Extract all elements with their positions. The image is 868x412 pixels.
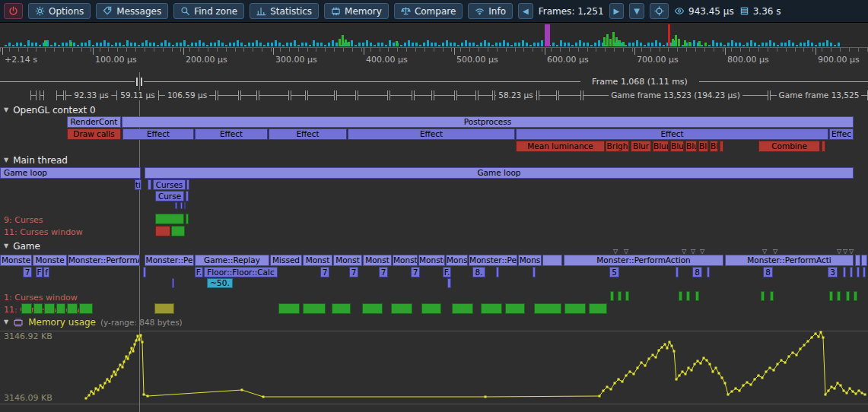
game-frame-segment[interactable]: 106.59 μs xyxy=(158,90,216,100)
go-to-frame-button[interactable]: ▼ xyxy=(629,3,644,19)
zone[interactable] xyxy=(332,303,351,314)
game-frame-segment[interactable] xyxy=(30,90,37,100)
zone[interactable] xyxy=(837,291,841,301)
zone[interactable]: Curses xyxy=(153,179,186,190)
zone[interactable]: Mons xyxy=(518,255,542,266)
info-button[interactable]: Info xyxy=(468,3,513,19)
game-frame-segment[interactable] xyxy=(307,90,335,100)
frame-time-graph[interactable] xyxy=(0,24,868,48)
game-frame-segment[interactable]: Game frame 13,525 xyxy=(770,90,868,100)
zone[interactable]: 7 xyxy=(349,267,358,277)
zone[interactable]: f xyxy=(43,267,49,277)
zone[interactable]: Monster::PerformA xyxy=(68,255,140,266)
game-frame-segment[interactable] xyxy=(240,90,257,100)
compare-button[interactable]: Compare xyxy=(394,3,463,19)
zone[interactable] xyxy=(676,267,679,277)
zone[interactable]: Missed xyxy=(270,255,302,266)
collapse-mark-icon[interactable]: ▽ xyxy=(762,249,767,255)
zone[interactable] xyxy=(362,303,383,314)
game-frame-segment[interactable] xyxy=(259,90,289,100)
zone[interactable] xyxy=(56,303,65,314)
zone[interactable] xyxy=(186,179,189,190)
zone[interactable] xyxy=(679,291,682,301)
game-frame-segment[interactable]: 59.11 μs xyxy=(119,90,157,100)
time-ruler[interactable]: +2.14 s100.00 μs200.00 μs300.00 μs400.00… xyxy=(0,47,868,69)
zone[interactable] xyxy=(452,303,473,314)
zone[interactable] xyxy=(154,303,174,314)
zone[interactable] xyxy=(829,291,833,301)
zone[interactable] xyxy=(496,267,499,277)
zone[interactable]: 7 xyxy=(320,267,329,277)
center-view-button[interactable] xyxy=(650,3,669,19)
zone[interactable] xyxy=(720,141,723,152)
zone[interactable] xyxy=(155,214,184,224)
zone[interactable] xyxy=(186,214,189,224)
collapse-mark-icon[interactable]: ▽ xyxy=(691,249,695,255)
zone[interactable] xyxy=(79,303,93,314)
game-frame-segment[interactable] xyxy=(478,90,493,100)
zone[interactable]: 3 xyxy=(828,267,838,277)
options-button[interactable]: Options xyxy=(28,3,91,19)
zone[interactable]: Game::Replay xyxy=(195,255,269,266)
zone[interactable]: Curse xyxy=(155,191,184,201)
zone[interactable]: Monste xyxy=(0,255,32,266)
game-frame-segment[interactable]: 58.23 μs xyxy=(494,90,537,100)
zone[interactable] xyxy=(186,191,189,201)
zone[interactable]: F. xyxy=(443,267,451,277)
thread-label[interactable]: 1: Curses window xyxy=(4,293,78,303)
statistics-button[interactable]: Statistics xyxy=(250,3,319,19)
zone[interactable]: ti xyxy=(135,179,141,190)
collapse-mark-icon[interactable]: ▽ xyxy=(837,249,841,255)
zone[interactable]: Mean luminance xyxy=(516,141,605,152)
zone[interactable] xyxy=(180,202,183,209)
zone[interactable] xyxy=(610,291,614,301)
game-frame-segment[interactable] xyxy=(434,90,455,100)
zone[interactable]: Postprocess xyxy=(122,116,854,128)
zone[interactable] xyxy=(505,303,525,314)
collapse-mark-icon[interactable]: ▽ xyxy=(849,249,854,255)
zone[interactable] xyxy=(421,303,441,314)
zone[interactable]: 7 xyxy=(379,267,388,277)
zone[interactable]: Game loop xyxy=(0,167,141,179)
thread-label[interactable]: 11: Curses window xyxy=(4,227,83,237)
section-header-opengl-context-0[interactable]: ▼OpenGL context 0 xyxy=(4,105,96,116)
zone[interactable]: Effect xyxy=(122,128,194,140)
zone[interactable] xyxy=(534,303,561,314)
zone[interactable]: 7 xyxy=(411,267,420,277)
zone[interactable] xyxy=(686,291,690,301)
zone[interactable] xyxy=(857,267,860,277)
zone[interactable]: 8 xyxy=(692,267,702,277)
zone[interactable]: Monster::Pe xyxy=(469,255,517,266)
zone[interactable] xyxy=(770,291,774,301)
zone[interactable]: Effect xyxy=(348,128,515,140)
zone[interactable] xyxy=(695,291,699,301)
zone[interactable]: 5 xyxy=(609,267,619,277)
zone[interactable]: Monster::Pe xyxy=(145,255,194,266)
zone[interactable] xyxy=(44,303,55,314)
game-frame-segment[interactable] xyxy=(40,90,44,100)
zone[interactable] xyxy=(854,291,857,301)
prev-frame-button[interactable]: ◀ xyxy=(518,3,533,19)
zone[interactable]: Combine xyxy=(758,141,820,152)
game-frame-segment[interactable] xyxy=(539,90,557,100)
frame-label[interactable]: Frame 1,068 (1.11 ms) xyxy=(589,77,691,87)
zone[interactable]: F xyxy=(36,267,43,277)
zone[interactable] xyxy=(850,267,853,277)
zone[interactable]: Effect xyxy=(269,128,347,140)
zone[interactable]: Blur xyxy=(670,141,684,152)
game-frame-segment[interactable] xyxy=(456,90,476,100)
section-header-main-thread[interactable]: ▼Main thread xyxy=(4,155,68,166)
zone[interactable]: 7 xyxy=(23,267,32,277)
zone[interactable]: ~50. xyxy=(207,278,233,288)
zone[interactable] xyxy=(822,141,825,152)
memory-button[interactable]: Memory xyxy=(324,3,389,19)
game-frame-segment[interactable]: 92.33 μs xyxy=(65,90,117,100)
zone[interactable] xyxy=(564,303,586,314)
zone[interactable] xyxy=(143,267,146,277)
game-frame-segment[interactable] xyxy=(56,90,64,100)
zone[interactable] xyxy=(155,226,170,236)
game-frame-segment[interactable]: Game frame 13,523 (194.23 μs) xyxy=(583,90,768,100)
zone[interactable] xyxy=(172,278,174,288)
zone[interactable]: Blur xyxy=(710,141,718,152)
zone[interactable] xyxy=(184,202,186,209)
